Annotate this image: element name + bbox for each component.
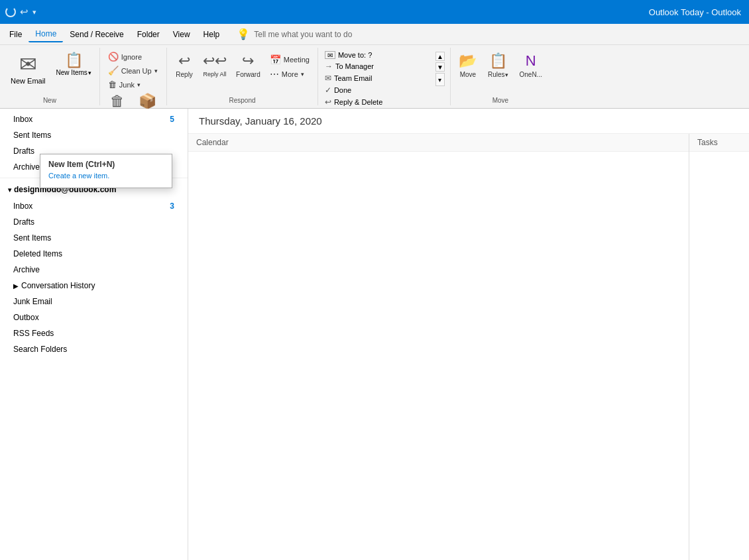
to-manager-button[interactable]: → To Manager xyxy=(322,61,434,72)
reply-delete-label: Reply & Delete xyxy=(334,98,382,106)
reply-delete-icon: ↩ xyxy=(325,97,331,107)
new-items-label: New Items xyxy=(56,69,87,76)
new-item-dropdown: New Item (Ctrl+N) Create a new item. xyxy=(40,154,172,188)
cleanup-button[interactable]: 🧹 Clean Up ▾ xyxy=(104,64,162,77)
undo-icon[interactable]: ↩ xyxy=(20,6,29,18)
new-email-label: New Email xyxy=(11,77,46,85)
tasks-panel: Tasks xyxy=(689,134,749,560)
tasks-panel-header: Tasks xyxy=(689,134,749,152)
move-to-button[interactable]: ✉ Move to: ? xyxy=(322,50,434,60)
sidebar-folder-rss[interactable]: RSS Feeds xyxy=(0,325,188,341)
ribbon-group-new: ✉ New Email 📋 New Items ▾ New xyxy=(0,48,100,105)
junk-icon: 🗑 xyxy=(108,80,117,89)
rules-button[interactable]: 📋 Rules ▾ xyxy=(484,50,513,80)
folder-name: Sent Items xyxy=(13,233,174,243)
to-manager-label: To Manager xyxy=(335,62,374,70)
sidebar-folder-junk[interactable]: Junk Email xyxy=(0,294,188,309)
junk-button[interactable]: 🗑 Junk ▾ xyxy=(104,78,144,91)
sidebar-folder-outbox[interactable]: Outbox xyxy=(0,309,188,325)
dropdown-title: New Item (Ctrl+N) xyxy=(48,160,164,169)
move-to-label: Move to: ? xyxy=(338,51,372,59)
new-group-label: New xyxy=(4,97,95,105)
junk-label: Junk xyxy=(119,81,135,89)
title-bar: ↩ ▾ Outlook Today - Outlook xyxy=(0,0,749,24)
date-header: Thursday, January 16, 2020 xyxy=(188,109,749,134)
ignore-button[interactable]: 🚫 Ignore xyxy=(104,50,146,63)
folder-count: 5 xyxy=(170,115,174,124)
folder-name: Sent Items xyxy=(13,131,174,140)
done-label: Done xyxy=(334,86,351,94)
junk-dropdown-icon[interactable]: ▾ xyxy=(137,82,141,88)
new-email-icon: ✉ xyxy=(19,52,37,77)
reply-all-button[interactable]: ↩↩ Reply All xyxy=(199,50,231,80)
more-respond-label: More xyxy=(282,70,298,78)
sidebar-folder-archive[interactable]: Archive xyxy=(0,262,188,278)
more-respond-button[interactable]: ⋯ More ▾ xyxy=(266,68,314,81)
done-button[interactable]: ✓ Done xyxy=(322,85,434,95)
sidebar-folder-search[interactable]: Search Folders xyxy=(0,341,188,357)
rules-label: Rules xyxy=(488,71,505,78)
ribbon-group-delete: 🚫 Ignore 🧹 Clean Up ▾ 🗑 Junk ▾ 🗑 Delete … xyxy=(100,48,167,105)
calendar-panel-header: Calendar xyxy=(188,134,689,152)
meeting-button[interactable]: 📅 Meeting xyxy=(266,53,314,66)
menu-help[interactable]: Help xyxy=(197,27,227,42)
new-items-dropdown-icon[interactable]: ▾ xyxy=(88,70,91,76)
sidebar-folder-drafts[interactable]: Drafts xyxy=(0,214,188,230)
folder-name: Inbox xyxy=(13,201,170,211)
sidebar-folder-inbox[interactable]: Inbox 3 xyxy=(0,198,188,214)
team-email-button[interactable]: ✉ Team Email xyxy=(322,73,434,84)
forward-label: Forward xyxy=(236,71,260,78)
main-area: Inbox 5 Sent Items Drafts Archive ▾ desi… xyxy=(0,109,749,560)
forward-button[interactable]: ↪ Forward xyxy=(232,50,264,80)
rules-dropdown-icon[interactable]: ▾ xyxy=(505,72,508,78)
reply-button[interactable]: ↩ Reply xyxy=(171,50,198,80)
forward-icon: ↪ xyxy=(242,52,254,70)
new-items-button[interactable]: 📋 New Items ▾ xyxy=(52,50,95,78)
calendar-panel: Calendar xyxy=(188,134,689,560)
new-items-icon: 📋 xyxy=(65,52,83,69)
menu-bar: File Home Send / Receive Folder View Hel… xyxy=(0,24,749,45)
refresh-icon[interactable] xyxy=(5,7,16,17)
title-bar-controls: ↩ ▾ xyxy=(5,6,36,18)
cleanup-label: Clean Up xyxy=(121,67,152,75)
ribbon-group-move: 📂 Move 📋 Rules ▾ N OneN... Move xyxy=(451,48,550,105)
quick-steps-scroll-up[interactable]: ▲ xyxy=(435,52,445,61)
folder-name: Junk Email xyxy=(13,297,174,306)
onenote-label: OneN... xyxy=(519,71,542,78)
onenote-icon: N xyxy=(526,52,536,70)
new-email-button[interactable]: ✉ New Email xyxy=(4,50,52,86)
onenote-button[interactable]: N OneN... xyxy=(515,50,546,80)
menu-send-receive[interactable]: Send / Receive xyxy=(63,27,130,42)
sidebar-folder-sent[interactable]: Sent Items xyxy=(0,230,188,246)
folder-name: Outbox xyxy=(13,313,174,322)
tell-me-text[interactable]: Tell me what you want to do xyxy=(254,30,352,39)
menu-file[interactable]: File xyxy=(3,27,29,42)
folder-name: Inbox xyxy=(13,115,170,124)
folder-name: Drafts xyxy=(13,217,174,227)
lightbulb-icon: 💡 xyxy=(237,28,250,40)
move-label: Move xyxy=(460,71,476,78)
team-email-icon: ✉ xyxy=(325,74,331,83)
move-button[interactable]: 📂 Move xyxy=(455,50,481,80)
quick-steps-scroll-down[interactable]: ▼ xyxy=(435,62,445,72)
cleanup-dropdown-icon[interactable]: ▾ xyxy=(154,68,158,74)
sidebar-folder-sent-top[interactable]: Sent Items xyxy=(0,127,188,143)
folder-name: Archive xyxy=(13,265,174,274)
sidebar-folder-conv-history[interactable]: ▶ Conversation History xyxy=(0,278,188,294)
menu-home[interactable]: Home xyxy=(29,27,63,42)
done-icon: ✓ xyxy=(325,85,331,95)
reply-icon: ↩ xyxy=(178,52,190,70)
sidebar-folder-deleted[interactable]: Deleted Items xyxy=(0,246,188,262)
folder-name: Conversation History xyxy=(21,281,95,290)
quick-steps-expand[interactable]: ▾ xyxy=(435,73,445,86)
more-respond-dropdown-icon[interactable]: ▾ xyxy=(301,71,304,78)
menu-view[interactable]: View xyxy=(166,27,197,42)
ribbon-group-quicksteps: ✉ Move to: ? → To Manager ✉ Team Email ✓… xyxy=(318,48,451,105)
sidebar-folder-inbox-top[interactable]: Inbox 5 xyxy=(0,111,188,127)
reply-delete-button[interactable]: ↩ Reply & Delete xyxy=(322,97,434,107)
quick-access-dropdown-icon[interactable]: ▾ xyxy=(32,8,36,17)
archive-icon: 📦 xyxy=(139,93,156,110)
menu-folder[interactable]: Folder xyxy=(131,27,166,42)
dropdown-desc[interactable]: Create a new item. xyxy=(48,172,164,180)
conv-history-expand-icon: ▶ xyxy=(13,282,19,290)
